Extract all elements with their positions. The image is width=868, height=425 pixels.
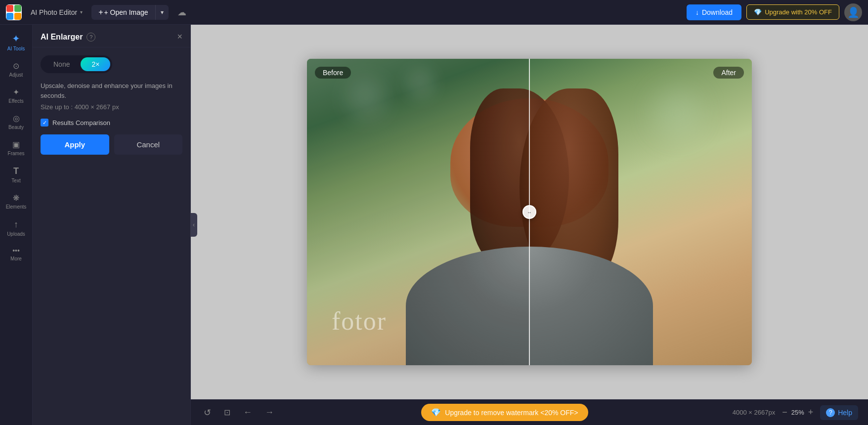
top-navigation: AI Photo Editor ▾ + + Open Image ▾ ☁ ↓ D… xyxy=(0,0,868,25)
ai-editor-chevron-icon: ▾ xyxy=(80,9,83,15)
sidebar-label-text: Text xyxy=(11,178,20,183)
arrow-right-icon[interactable]: → xyxy=(262,404,277,421)
effects-icon: ✦ xyxy=(13,87,19,97)
upscale-desc-text: Upscale, denoise and enhance your images… xyxy=(41,81,182,100)
arrow-left-icon[interactable]: ← xyxy=(240,404,255,421)
main-area: ✦ AI Tools ⊙ Adjust ✦ Effects ◎ Beauty ▣… xyxy=(0,25,868,425)
cancel-button[interactable]: Cancel xyxy=(114,134,183,155)
sidebar-label-beauty: Beauty xyxy=(8,125,24,130)
icon-sidebar: ✦ AI Tools ⊙ Adjust ✦ Effects ◎ Beauty ▣… xyxy=(0,25,33,425)
upgrade-gem-icon: 💎 xyxy=(431,408,441,417)
scale-none-option[interactable]: None xyxy=(43,57,81,71)
bokeh-3 xyxy=(653,88,702,138)
user-avatar[interactable]: 👤 xyxy=(844,3,862,21)
sidebar-label-effects: Effects xyxy=(8,98,23,104)
size-info-text: Size up to : 4000 × 2667 px xyxy=(41,103,182,111)
help-label: Help xyxy=(838,409,852,417)
canvas-wrapper: Before After ↔ fotor xyxy=(191,25,868,399)
elements-icon: ❋ xyxy=(13,193,19,203)
zoom-level-display: 25% xyxy=(791,409,804,416)
beauty-icon: ◎ xyxy=(13,114,20,123)
panel-content: None 2× Upscale, denoise and enhance you… xyxy=(33,47,190,163)
avatar-icon: 👤 xyxy=(847,6,860,18)
download-button[interactable]: ↓ Download xyxy=(687,4,741,20)
results-comparison-checkbox[interactable]: ✓ xyxy=(41,119,48,127)
apply-button[interactable]: Apply xyxy=(41,134,109,155)
sidebar-item-frames[interactable]: ▣ Frames xyxy=(2,136,31,160)
sidebar-item-uploads[interactable]: ↑ Uploads xyxy=(2,215,31,241)
fotor-logo[interactable] xyxy=(6,4,22,20)
panel-title-row: AI Enlarger ? xyxy=(41,33,95,42)
sidebar-item-ai-tools[interactable]: ✦ AI Tools xyxy=(2,29,31,55)
svg-rect-3 xyxy=(6,13,13,20)
zoom-controls: − 25% + xyxy=(782,407,813,418)
history-back-icon[interactable]: ↺ xyxy=(201,404,214,421)
svg-rect-4 xyxy=(14,13,21,20)
sidebar-item-more[interactable]: ••• More xyxy=(2,243,31,265)
bottom-bar: ↺ ⊡ ← → 💎 Upgrade to remove watermark <2… xyxy=(191,399,868,425)
sidebar-item-effects[interactable]: ✦ Effects xyxy=(2,84,31,108)
sidebar-label-more: More xyxy=(10,256,22,261)
sidebar-label-ai-tools: AI Tools xyxy=(7,46,25,51)
upscale-description: Upscale, denoise and enhance your images… xyxy=(41,81,182,111)
handle-arrows-icon: ↔ xyxy=(527,210,532,215)
upgrade-watermark-button[interactable]: 💎 Upgrade to remove watermark <20% OFF> xyxy=(421,404,588,421)
photo-background: Before After ↔ fotor xyxy=(307,59,752,365)
fotor-logo-icon xyxy=(6,4,22,20)
sidebar-item-elements[interactable]: ❋ Elements xyxy=(2,189,31,213)
before-label: Before xyxy=(315,67,351,79)
ai-enlarger-panel: AI Enlarger ? × None 2× Upscale, denoise… xyxy=(33,25,191,425)
action-buttons: Apply Cancel xyxy=(41,134,182,155)
zoom-in-button[interactable]: + xyxy=(808,407,814,418)
upgrade-watermark-label: Upgrade to remove watermark <20% OFF> xyxy=(445,409,578,417)
canvas-resize-icon[interactable]: ⊡ xyxy=(221,405,233,420)
download-icon: ↓ xyxy=(695,8,699,16)
frames-icon: ▣ xyxy=(12,140,20,149)
ai-editor-mode-button[interactable]: AI Photo Editor ▾ xyxy=(27,6,87,18)
open-image-label: + Open Image xyxy=(104,8,148,16)
check-icon: ✓ xyxy=(43,120,47,126)
panel-title: AI Enlarger xyxy=(41,33,83,42)
text-icon: T xyxy=(13,166,19,176)
scale-toggle[interactable]: None 2× xyxy=(41,55,112,73)
open-image-dropdown-arrow[interactable]: ▾ xyxy=(156,6,169,19)
ai-tools-icon: ✦ xyxy=(12,33,20,44)
svg-rect-1 xyxy=(6,5,13,12)
sidebar-item-text[interactable]: T Text xyxy=(2,162,31,187)
comparison-divider-handle[interactable]: ↔ xyxy=(522,205,536,219)
after-label: After xyxy=(713,67,744,79)
help-button[interactable]: ? Help xyxy=(820,405,858,420)
upgrade-label: Upgrade with 20% OFF xyxy=(765,8,832,16)
help-question-icon: ? xyxy=(826,408,835,417)
sidebar-item-adjust[interactable]: ⊙ Adjust xyxy=(2,57,31,82)
plus-icon: + xyxy=(98,8,103,17)
sidebar-label-uploads: Uploads xyxy=(7,231,25,237)
more-icon: ••• xyxy=(12,247,20,255)
image-size-display: 4000 × 2667px xyxy=(733,409,775,416)
open-image-main[interactable]: + + Open Image xyxy=(91,5,155,20)
collapse-icon: ‹ xyxy=(193,221,195,228)
ai-editor-label: AI Photo Editor xyxy=(31,8,77,16)
sidebar-label-adjust: Adjust xyxy=(9,72,23,78)
results-comparison-label[interactable]: Results Comparison xyxy=(52,119,110,127)
svg-rect-2 xyxy=(14,5,21,12)
gem-icon: 💎 xyxy=(754,8,762,16)
uploads-icon: ↑ xyxy=(14,219,18,230)
canvas-area: Before After ↔ fotor ↺ ⊡ ← → 💎 xyxy=(191,25,868,425)
scale-2x-option[interactable]: 2× xyxy=(81,57,110,71)
cloud-icon[interactable]: ☁ xyxy=(177,7,186,18)
image-comparison-viewer[interactable]: Before After ↔ fotor xyxy=(307,59,752,365)
open-image-button[interactable]: + + Open Image ▾ xyxy=(91,5,168,20)
fotor-watermark: fotor xyxy=(332,306,387,336)
results-comparison-row[interactable]: ✓ Results Comparison xyxy=(41,119,182,127)
sidebar-label-frames: Frames xyxy=(8,151,25,156)
panel-close-button[interactable]: × xyxy=(177,32,182,42)
upgrade-button[interactable]: 💎 Upgrade with 20% OFF xyxy=(746,4,839,20)
panel-collapse-handle[interactable]: ‹ xyxy=(190,213,197,237)
zoom-out-button[interactable]: − xyxy=(782,407,787,418)
download-label: Download xyxy=(702,8,733,16)
sidebar-item-beauty[interactable]: ◎ Beauty xyxy=(2,110,31,134)
open-image-chevron-icon: ▾ xyxy=(161,9,164,16)
panel-info-icon[interactable]: ? xyxy=(87,33,95,42)
adjust-icon: ⊙ xyxy=(13,61,19,71)
